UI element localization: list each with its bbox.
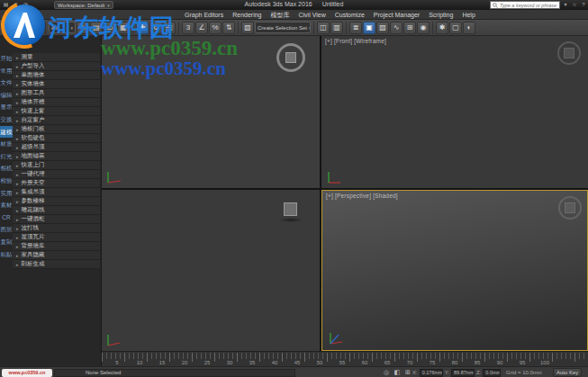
help-search-box[interactable] — [490, 1, 560, 9]
unlink-selection-icon[interactable]: ⊗ — [16, 22, 29, 34]
viewport-front[interactable]: [+] [Front] [Wireframe] — [321, 36, 588, 188]
sidebar-tool-item[interactable]: ▸快速上窗 — [13, 107, 100, 116]
spinner-snap-icon[interactable]: ⇅ — [222, 22, 235, 34]
sidebar-tool-item[interactable]: ▸超级吊顶 — [13, 143, 100, 152]
menu-item-civil-view[interactable]: Civil View — [294, 10, 330, 20]
scene-explorer-icon[interactable]: ▣ — [363, 22, 375, 34]
select-and-scale-icon[interactable]: ◰ — [163, 22, 176, 34]
selection-lock-icon[interactable]: ◧ — [393, 368, 402, 377]
sidebar-tab-item-4[interactable]: 显示 — [0, 101, 13, 113]
viewport-top-left[interactable] — [102, 36, 320, 188]
ribbon-icon[interactable]: ▨ — [376, 22, 389, 34]
angle-snap-icon[interactable]: ∠ — [195, 22, 208, 34]
curve-editor-icon[interactable]: ∿ — [390, 22, 403, 34]
rendered-frame-icon[interactable]: ▢ — [449, 22, 462, 34]
bind-to-spacewarp-icon[interactable]: ∿ — [30, 22, 42, 34]
sidebar-tool-item[interactable]: ▸快速上门 — [13, 161, 100, 170]
sidebar-tool-item[interactable]: ▸集成吊顶 — [13, 188, 100, 197]
viewcube-icon[interactable] — [276, 43, 305, 72]
snap-toggle-icon[interactable]: 3 — [182, 22, 194, 34]
search-input[interactable] — [500, 3, 557, 8]
sidebar-tool-item[interactable]: ▸参数楼梯 — [13, 197, 100, 206]
viewport-bottom-left[interactable] — [102, 190, 320, 351]
edit-named-sets-icon[interactable]: ▧ — [241, 22, 254, 34]
sidebar-tool-item[interactable]: ▸墙板门板 — [13, 125, 100, 134]
sidebar-tab-item-16[interactable]: 粘贴 — [0, 248, 13, 261]
x-coordinate-field[interactable]: 0.176mm — [420, 369, 443, 377]
viewcube-icon[interactable] — [557, 41, 581, 65]
sidebar-tool-item[interactable]: ▸屋顶瓦片 — [13, 233, 100, 242]
timeline-ruler[interactable]: 5101520253035404550556065707580859095100 — [102, 351, 588, 366]
help-icon[interactable]: ? — [580, 1, 587, 9]
viewport-perspective-active[interactable]: [+] [Perspective] [Shaded] — [321, 190, 588, 351]
sidebar-tab-item-12[interactable]: 素材 — [0, 199, 13, 211]
sidebar-tool-item[interactable]: ▸剖析生成 — [13, 260, 100, 269]
sidebar-tab-item-7[interactable]: 材质 — [0, 138, 13, 150]
material-editor-icon[interactable]: ◉ — [417, 22, 430, 34]
sidebar-tool-item[interactable]: ▸实体墙体 — [13, 80, 100, 89]
named-selection-sets-dropdown[interactable]: Create Selection Set▾ — [255, 22, 311, 33]
menu-item-graph-editors[interactable]: Graph Editors — [180, 10, 228, 20]
y-coordinate-field[interactable]: 89.87mm — [451, 369, 475, 377]
select-and-link-icon[interactable]: ∞ — [3, 22, 15, 34]
sidebar-tool-item[interactable]: ▸自定窗户 — [13, 116, 100, 125]
menu-item-item-2[interactable]: 模型库 — [267, 10, 294, 20]
align-icon[interactable]: ▥ — [330, 22, 343, 34]
community-icon[interactable]: ☆ — [571, 1, 578, 9]
select-object-icon[interactable]: ↖ — [77, 22, 89, 34]
sidebar-tool-item[interactable]: ▸地面铺装 — [13, 152, 100, 161]
sidebar-tab-item-2[interactable]: 文件 — [0, 76, 13, 89]
sidebar-tab-item-6[interactable]: 建模 — [0, 126, 13, 139]
sidebar-tool-item[interactable]: ▸测量 — [13, 53, 100, 62]
sidebar-tool-item[interactable]: ▸外景天空 — [13, 179, 100, 188]
viewport-label-front[interactable]: [+] [Front] [Wireframe] — [325, 38, 386, 44]
schematic-view-icon[interactable]: ⊞ — [403, 22, 416, 34]
sidebar-tool-item[interactable]: ▸家具隐藏 — [13, 251, 100, 260]
snap-grid-icon[interactable]: ⊞ — [403, 368, 412, 377]
z-coordinate-field[interactable]: 0.0mm — [483, 369, 501, 377]
window-crossing-icon[interactable]: ▦ — [117, 22, 130, 34]
sidebar-tab-item-11[interactable]: 实用 — [0, 187, 13, 200]
sidebar-tab-item-9[interactable]: 相机 — [0, 162, 13, 175]
menu-item-rendering[interactable]: Rendering — [228, 10, 266, 20]
sidebar-tab-item-1[interactable]: 常用 — [0, 65, 13, 77]
menu-item-scripting[interactable]: Scripting — [424, 10, 457, 20]
sidebar-tool-item[interactable]: ▸软包硬包 — [13, 134, 100, 143]
select-and-move-icon[interactable]: ✛ — [136, 22, 149, 34]
sidebar-tool-item[interactable]: ▸雕花踢线 — [13, 206, 100, 215]
sidebar-tool-item[interactable]: ▸户型导入 — [13, 62, 100, 71]
auto-key-button[interactable]: Auto Key — [553, 368, 582, 377]
sidebar-tab-item-5[interactable]: 交换 — [0, 113, 13, 126]
layer-manager-icon[interactable]: ≣ — [349, 22, 362, 34]
select-and-rotate-icon[interactable]: ↻ — [149, 22, 162, 34]
search-options-icon[interactable]: ▾ — [562, 1, 569, 9]
render-production-icon[interactable]: ◐ — [463, 22, 475, 34]
sidebar-tool-item[interactable]: ▸一键代理 — [13, 170, 100, 179]
render-setup-icon[interactable]: ✱ — [436, 22, 448, 34]
sidebar-tab-cr[interactable]: CR — [0, 211, 13, 224]
viewcube-icon[interactable] — [558, 196, 582, 220]
selection-region-icon[interactable]: ▭ — [104, 22, 116, 34]
sidebar-tool-item[interactable]: ▸一键酒柜 — [13, 215, 100, 224]
sidebar-tool-item[interactable]: ▸单面墙体 — [13, 71, 100, 80]
menu-item-help[interactable]: Help — [457, 10, 479, 20]
menu-item-customize[interactable]: Customize — [330, 10, 369, 20]
sidebar-tab-item-8[interactable]: 灯光 — [0, 150, 13, 163]
sidebar-tab-item-10[interactable]: 检验 — [0, 175, 13, 187]
sidebar-tool-item[interactable]: ▸墙体开槽 — [13, 98, 100, 107]
sidebar-tool-item[interactable]: ▸图形工具 — [13, 89, 100, 98]
menu-item-project-manager[interactable]: Project Manager — [369, 10, 424, 20]
sidebar-tab-item-3[interactable]: 编辑 — [0, 89, 13, 102]
sidebar-tool-item[interactable]: ▸背景墙库 — [13, 242, 100, 251]
select-by-name-icon[interactable]: ▤ — [90, 22, 103, 34]
sidebar-tab-item-14[interactable]: 图层 — [0, 223, 13, 236]
isolate-selection-icon[interactable]: ◎ — [382, 368, 391, 377]
sidebar-tab-item-0[interactable]: 开始 — [0, 52, 13, 65]
sidebar-tab-item-15[interactable]: 复制 — [0, 236, 13, 248]
selection-filter-dropdown[interactable]: All▾ — [49, 22, 76, 33]
viewport-label-perspective[interactable]: [+] [Perspective] [Shaded] — [326, 193, 398, 199]
percent-snap-icon[interactable]: % — [209, 22, 222, 34]
mirror-icon[interactable]: ◫ — [317, 22, 330, 34]
viewcube-icon[interactable] — [284, 202, 297, 216]
sidebar-tool-item[interactable]: ▸波打线 — [13, 224, 100, 233]
